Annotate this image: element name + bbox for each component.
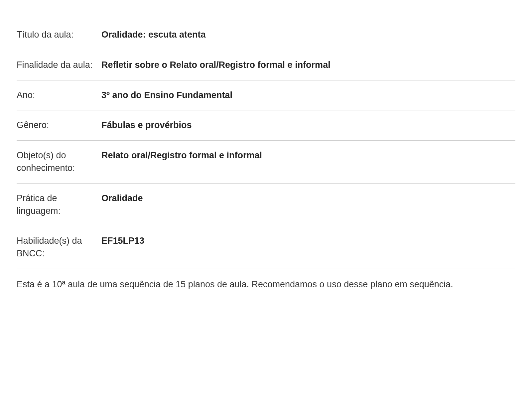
row-label: Habilidade(s) da BNCC:	[17, 235, 101, 260]
table-row: Habilidade(s) da BNCC: EF15LP13	[17, 226, 515, 269]
footer-note: Esta é a 10ª aula de uma sequência de 15…	[17, 269, 515, 291]
lesson-info-table: Título da aula: Oralidade: escuta atenta…	[17, 20, 515, 291]
row-label: Título da aula:	[17, 29, 101, 41]
row-value: 3º ano do Ensino Fundamental	[101, 89, 515, 102]
table-row: Título da aula: Oralidade: escuta atenta	[17, 20, 515, 50]
row-value: Relato oral/Registro formal e informal	[101, 149, 515, 162]
row-label: Finalidade da aula:	[17, 59, 101, 71]
row-value: Oralidade: escuta atenta	[101, 29, 515, 41]
row-label: Prática de linguagem:	[17, 192, 101, 217]
row-value: EF15LP13	[101, 235, 515, 247]
table-row: Gênero: Fábulas e provérbios	[17, 110, 515, 141]
table-row: Ano: 3º ano do Ensino Fundamental	[17, 80, 515, 111]
row-label: Gênero:	[17, 119, 101, 132]
table-row: Objeto(s) do conhecimento: Relato oral/R…	[17, 141, 515, 184]
row-label: Objeto(s) do conhecimento:	[17, 149, 101, 175]
row-value: Refletir sobre o Relato oral/Registro fo…	[101, 59, 515, 71]
table-row: Prática de linguagem: Oralidade	[17, 184, 515, 226]
row-label: Ano:	[17, 89, 101, 102]
row-value: Oralidade	[101, 192, 515, 205]
table-row: Finalidade da aula: Refletir sobre o Rel…	[17, 50, 515, 80]
row-value: Fábulas e provérbios	[101, 119, 515, 132]
